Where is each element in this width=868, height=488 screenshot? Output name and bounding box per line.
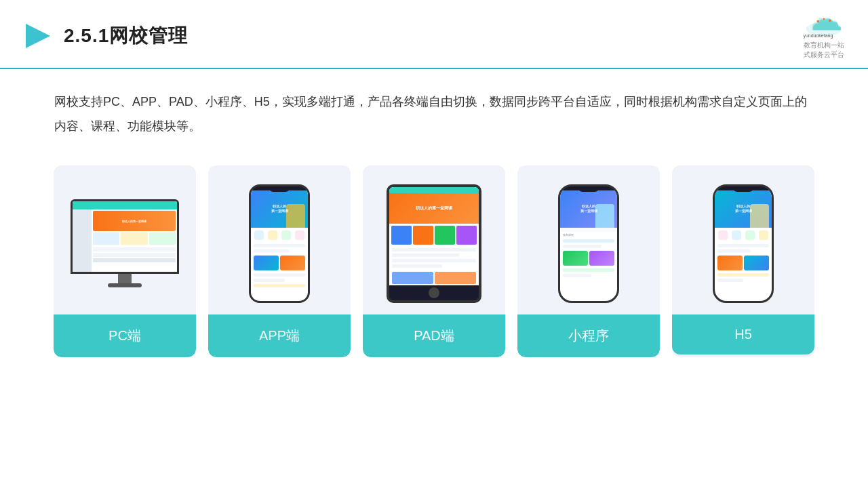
card-app: 职达人的第一堂网课 xyxy=(208,165,351,357)
card-app-image: 职达人的第一堂网课 xyxy=(208,165,351,314)
tablet-mockup: 职达人的第一堂网课 xyxy=(387,184,481,303)
logo-area: yunduoketang 教育机构一站 式服务云平台 xyxy=(800,12,848,60)
platform-cards: 职达人的第一堂网课 xyxy=(0,145,868,378)
card-pad-image: 职达人的第一堂网课 xyxy=(363,165,505,314)
card-app-label: APP端 xyxy=(208,314,351,357)
card-miniapp: 职达人的第一堂网课 推荐课程 xyxy=(517,165,660,357)
description-text: 网校支持PC、APP、PAD、小程序、H5，实现多端打通，产品各终端自由切换，数… xyxy=(0,69,868,145)
yunduoketang-logo: yunduoketang xyxy=(800,12,848,39)
card-pc-label: PC端 xyxy=(54,314,196,357)
header-left: 2.5.1网校管理 xyxy=(20,20,188,52)
card-h5: 职达人的第一堂网课 xyxy=(672,165,814,357)
svg-marker-0 xyxy=(26,24,50,48)
card-h5-label: H5 xyxy=(672,314,814,354)
svg-point-3 xyxy=(823,18,825,20)
phone-mockup-miniapp: 职达人的第一堂网课 推荐课程 xyxy=(558,184,619,303)
logo-tagline: 教育机构一站 式服务云平台 xyxy=(804,41,844,60)
pc-monitor-mockup: 职达人的第一堂网课 xyxy=(71,199,179,287)
svg-text:yunduoketang: yunduoketang xyxy=(803,33,833,39)
svg-point-4 xyxy=(829,20,831,22)
card-pc: 职达人的第一堂网课 xyxy=(54,165,196,357)
card-miniapp-label: 小程序 xyxy=(517,314,660,357)
svg-point-2 xyxy=(817,20,820,23)
phone-mockup-h5: 职达人的第一堂网课 xyxy=(713,184,774,303)
card-pc-image: 职达人的第一堂网课 xyxy=(54,165,196,314)
card-pad-label: PAD端 xyxy=(363,314,505,357)
card-miniapp-image: 职达人的第一堂网课 推荐课程 xyxy=(517,165,660,314)
play-icon xyxy=(20,20,53,52)
card-h5-image: 职达人的第一堂网课 xyxy=(672,165,814,314)
page-header: 2.5.1网校管理 yunduoketang 教育机构一站 式服务云平台 xyxy=(0,0,868,69)
card-pad: 职达人的第一堂网课 xyxy=(363,165,505,357)
phone-mockup-app: 职达人的第一堂网课 xyxy=(249,184,310,303)
page-title: 2.5.1网校管理 xyxy=(64,23,188,49)
